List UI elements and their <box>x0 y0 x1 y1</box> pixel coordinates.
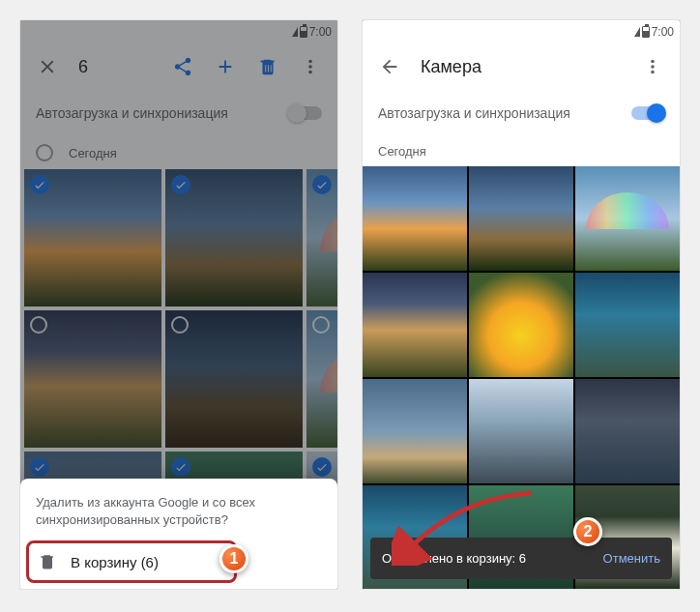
page-title: Камера <box>421 57 481 77</box>
sheet-action-label: В корзину (6) <box>71 554 159 570</box>
sync-row: Автозагрузка и синхронизация <box>363 90 680 136</box>
trash-icon <box>38 552 57 571</box>
photo-thumb[interactable] <box>363 273 467 377</box>
snackbar-message: Отправлено в корзину: 6 <box>382 551 526 566</box>
battery-icon <box>642 26 650 38</box>
photo-thumb[interactable] <box>575 166 680 271</box>
photo-thumb[interactable] <box>469 273 573 377</box>
photo-thumb[interactable] <box>469 379 573 483</box>
more-vert-icon <box>642 56 663 77</box>
undo-button[interactable]: Отменить <box>603 551 660 566</box>
phone-screen-left: 7:00 6 Автозагрузка и синхронизация Сего… <box>19 19 338 590</box>
annotation-badge: 1 <box>219 544 248 573</box>
photo-grid <box>363 166 680 589</box>
sync-toggle[interactable] <box>631 106 664 120</box>
arrow-back-icon <box>379 56 400 77</box>
move-to-trash-button[interactable]: В корзину (6) <box>36 546 322 577</box>
photo-thumb[interactable] <box>363 166 467 271</box>
sheet-message: Удалить из аккаунта Google и со всех син… <box>36 494 322 529</box>
delete-bottom-sheet: Удалить из аккаунта Google и со всех син… <box>20 479 337 589</box>
phone-screen-right: 7:00 Камера Автозагрузка и синхронизация… <box>362 19 681 590</box>
section-label: Сегодня <box>378 144 426 159</box>
sync-label: Автозагрузка и синхронизация <box>378 105 570 121</box>
signal-icon <box>634 27 640 37</box>
photo-thumb[interactable] <box>363 379 467 483</box>
overflow-button[interactable] <box>633 47 672 86</box>
status-bar: 7:00 <box>363 20 680 44</box>
status-time: 7:00 <box>652 25 674 39</box>
annotation-badge: 2 <box>573 517 602 546</box>
section-header: Сегодня <box>363 136 680 166</box>
app-bar: Камера <box>363 44 680 90</box>
back-button[interactable] <box>370 47 409 86</box>
photo-thumb[interactable] <box>469 166 573 271</box>
photo-thumb[interactable] <box>575 379 680 483</box>
photo-thumb[interactable] <box>575 273 680 377</box>
snackbar: Отправлено в корзину: 6 Отменить <box>370 538 672 579</box>
